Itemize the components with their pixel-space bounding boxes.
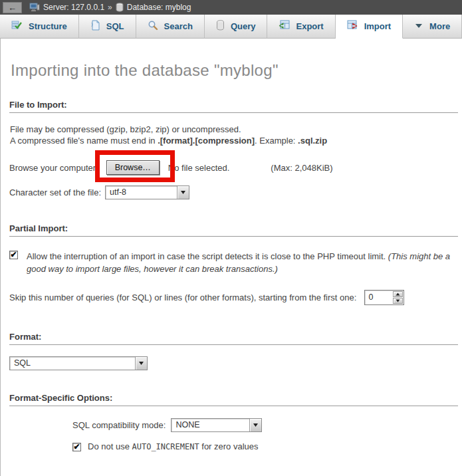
compression-info-text: File may be compressed (gzip, bzip2, zip…	[10, 124, 458, 146]
spinner-down-button[interactable]	[393, 298, 403, 304]
tab-label: Structure	[29, 21, 67, 31]
no-file-selected-text: No file selected.	[168, 163, 230, 173]
autoinc-code: AUTO_INCREMENT	[132, 442, 199, 451]
tab-label: Export	[296, 21, 323, 31]
checkmark-icon: ✔	[73, 443, 80, 451]
tab-label: Search	[164, 21, 193, 31]
section-heading-file-to-import: File to Import:	[9, 100, 458, 113]
tab-label: More	[429, 21, 450, 31]
search-icon	[148, 20, 158, 33]
tab-query[interactable]: Query	[205, 15, 268, 39]
autoinc-prefix: Do not use	[88, 441, 132, 451]
auto-increment-text: Do not use AUTO_INCREMENT for zero value…	[88, 441, 259, 451]
tab-sql[interactable]: SQL	[79, 15, 136, 39]
breadcrumb-server[interactable]: Server: 127.0.0.1	[43, 3, 104, 12]
browse-label: Browse your computer:	[9, 163, 98, 173]
browse-row: Browse your computer: Browse… No file se…	[9, 160, 458, 175]
compression-line2-prefix: A compressed file's name must end in	[10, 136, 158, 146]
import-page: Importing into the database "myblog" Fil…	[0, 39, 462, 476]
compression-line2-mid: . Example:	[255, 136, 298, 146]
format-select[interactable]: SQL	[9, 356, 148, 370]
tab-label: Import	[364, 21, 391, 31]
database-icon	[116, 3, 124, 12]
tab-search[interactable]: Search	[136, 15, 205, 39]
charset-label: Character set of the file:	[9, 187, 101, 197]
back-arrow-icon: ←	[8, 3, 17, 12]
format-options-block: SQL compatibility mode: NONE ✔ Do not us…	[72, 418, 458, 451]
tab-export[interactable]: Export	[267, 15, 335, 39]
structure-icon	[11, 20, 23, 33]
allow-interruption-text: Allow the interruption of an import in c…	[27, 250, 455, 275]
back-button[interactable]: ←	[3, 2, 22, 13]
section-heading-partial-import: Partial Import:	[9, 223, 458, 237]
chevron-down-icon	[414, 21, 423, 31]
skip-queries-input[interactable]: 0	[364, 290, 404, 305]
skip-queries-label: Skip this number of queries (for SQL) or…	[9, 293, 356, 302]
dropdown-arrow-icon	[249, 419, 261, 431]
tab-import[interactable]: Import	[336, 15, 403, 39]
sql-compatibility-value: NONE	[172, 419, 249, 431]
auto-increment-checkbox[interactable]: ✔	[72, 443, 81, 451]
tab-label: SQL	[106, 21, 124, 31]
tab-label: Query	[231, 21, 256, 31]
sql-compatibility-select[interactable]: NONE	[171, 418, 262, 432]
tab-structure[interactable]: Structure	[0, 15, 79, 39]
import-icon	[347, 20, 358, 33]
browse-button[interactable]: Browse…	[106, 160, 160, 175]
format-selected-value: SQL	[10, 357, 135, 370]
compression-format-pattern: .[format].[compression]	[158, 136, 255, 146]
compression-line1: File may be compressed (gzip, bzip2, zip…	[10, 124, 241, 134]
spinner-buttons	[392, 291, 404, 304]
auto-increment-row: ✔ Do not use AUTO_INCREMENT for zero val…	[72, 441, 458, 451]
section-heading-format: Format:	[9, 332, 458, 345]
breadcrumb-separator: »	[108, 3, 112, 12]
checkmark-icon: ✔	[10, 251, 17, 259]
format-row: SQL	[9, 356, 458, 370]
charset-selected-value: utf-8	[106, 186, 177, 199]
sql-icon	[90, 20, 100, 33]
allow-text-normal: Allow the interruption of an import in c…	[27, 251, 388, 261]
query-icon	[216, 20, 225, 33]
export-icon	[279, 20, 290, 33]
dropdown-arrow-icon	[135, 357, 147, 370]
skip-queries-row: Skip this number of queries (for SQL) or…	[9, 290, 458, 305]
autoinc-suffix: for zero values	[199, 441, 259, 451]
allow-interruption-row: ✔ Allow the interruption of an import in…	[9, 250, 458, 275]
breadcrumb-bar: ← Server: 127.0.0.1 » Database: myblog	[0, 0, 462, 15]
sql-compatibility-row: SQL compatibility mode: NONE	[72, 418, 458, 432]
dropdown-arrow-icon	[177, 186, 189, 199]
skip-queries-value: 0	[365, 291, 392, 304]
breadcrumb-database[interactable]: Database: myblog	[127, 3, 191, 12]
tab-more[interactable]: More	[403, 15, 462, 39]
page-title: Importing into the database "myblog"	[9, 39, 458, 80]
section-heading-format-options: Format-Specific Options:	[9, 393, 458, 406]
tab-bar: Structure SQL Search Query	[0, 15, 462, 39]
max-size-text: (Max: 2,048KiB)	[271, 163, 332, 173]
spinner-up-button[interactable]	[393, 291, 403, 297]
allow-interruption-checkbox[interactable]: ✔	[9, 251, 18, 259]
charset-row: Character set of the file: utf-8	[9, 185, 458, 199]
sql-compatibility-label: SQL compatibility mode:	[72, 420, 166, 430]
server-icon	[29, 3, 40, 12]
compression-example: .sql.zip	[298, 136, 327, 146]
charset-select[interactable]: utf-8	[105, 185, 189, 199]
